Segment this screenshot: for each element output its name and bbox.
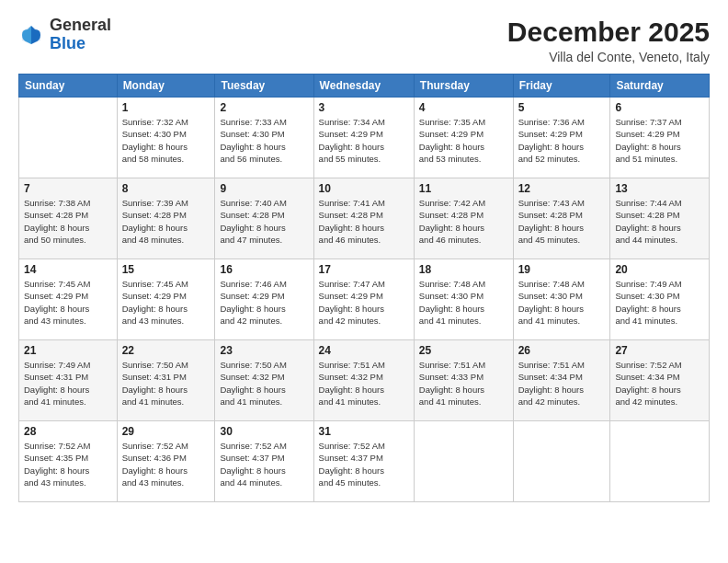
day-number: 28 (24, 425, 112, 438)
day-number: 19 (518, 263, 606, 276)
day-info: Sunrise: 7:48 AMSunset: 4:30 PMDaylight:… (419, 278, 508, 327)
logo: General Blue (18, 17, 111, 53)
day-info: Sunrise: 7:40 AMSunset: 4:28 PMDaylight:… (220, 197, 308, 246)
day-number: 13 (615, 182, 704, 195)
day-info: Sunrise: 7:32 AMSunset: 4:30 PMDaylight:… (122, 116, 210, 165)
day-info: Sunrise: 7:38 AMSunset: 4:28 PMDaylight:… (24, 197, 112, 246)
table-row: 29Sunrise: 7:52 AMSunset: 4:36 PMDayligh… (117, 421, 215, 502)
day-number: 4 (419, 101, 508, 114)
header: General Blue December 2025 Villa del Con… (18, 17, 710, 64)
day-number: 9 (220, 182, 308, 195)
day-number: 17 (319, 263, 409, 276)
table-row: 26Sunrise: 7:51 AMSunset: 4:34 PMDayligh… (513, 340, 610, 421)
table-row: 8Sunrise: 7:39 AMSunset: 4:28 PMDaylight… (117, 178, 215, 259)
day-info: Sunrise: 7:52 AMSunset: 4:35 PMDaylight:… (24, 440, 112, 488)
day-info: Sunrise: 7:50 AMSunset: 4:31 PMDaylight:… (122, 359, 210, 408)
day-number: 8 (122, 182, 210, 195)
day-number: 10 (319, 182, 409, 195)
day-number: 18 (419, 263, 508, 276)
col-wednesday: Wednesday (313, 75, 414, 98)
day-info: Sunrise: 7:41 AMSunset: 4:28 PMDaylight:… (319, 197, 409, 246)
table-row: 3Sunrise: 7:34 AMSunset: 4:29 PMDaylight… (313, 98, 414, 178)
day-info: Sunrise: 7:47 AMSunset: 4:29 PMDaylight:… (319, 278, 409, 327)
table-row: 18Sunrise: 7:48 AMSunset: 4:30 PMDayligh… (414, 259, 513, 340)
calendar-table: Sunday Monday Tuesday Wednesday Thursday… (18, 74, 710, 502)
col-saturday: Saturday (610, 75, 710, 98)
table-row: 1Sunrise: 7:32 AMSunset: 4:30 PMDaylight… (117, 98, 215, 178)
day-number: 22 (122, 344, 210, 357)
day-info: Sunrise: 7:36 AMSunset: 4:29 PMDaylight:… (518, 116, 606, 165)
table-row: 11Sunrise: 7:42 AMSunset: 4:28 PMDayligh… (414, 178, 513, 259)
table-row (19, 98, 118, 178)
day-info: Sunrise: 7:52 AMSunset: 4:36 PMDaylight:… (122, 440, 210, 488)
day-number: 6 (615, 101, 704, 114)
day-info: Sunrise: 7:34 AMSunset: 4:29 PMDaylight:… (319, 116, 409, 165)
day-number: 29 (122, 425, 210, 438)
day-info: Sunrise: 7:49 AMSunset: 4:30 PMDaylight:… (615, 278, 704, 327)
day-info: Sunrise: 7:42 AMSunset: 4:28 PMDaylight:… (419, 197, 508, 246)
day-number: 25 (419, 344, 508, 357)
day-info: Sunrise: 7:51 AMSunset: 4:32 PMDaylight:… (319, 359, 409, 408)
table-row: 30Sunrise: 7:52 AMSunset: 4:37 PMDayligh… (215, 421, 313, 502)
day-number: 1 (122, 101, 210, 114)
table-row: 9Sunrise: 7:40 AMSunset: 4:28 PMDaylight… (215, 178, 313, 259)
day-number: 12 (518, 182, 606, 195)
table-row: 5Sunrise: 7:36 AMSunset: 4:29 PMDaylight… (513, 98, 610, 178)
table-row: 4Sunrise: 7:35 AMSunset: 4:29 PMDaylight… (414, 98, 513, 178)
day-number: 24 (319, 344, 409, 357)
day-info: Sunrise: 7:52 AMSunset: 4:37 PMDaylight:… (220, 440, 308, 488)
table-row: 13Sunrise: 7:44 AMSunset: 4:28 PMDayligh… (610, 178, 710, 259)
day-info: Sunrise: 7:37 AMSunset: 4:29 PMDaylight:… (615, 116, 704, 165)
logo-text: General Blue (50, 17, 111, 53)
day-number: 11 (419, 182, 508, 195)
col-tuesday: Tuesday (215, 75, 313, 98)
table-row: 27Sunrise: 7:52 AMSunset: 4:34 PMDayligh… (610, 340, 710, 421)
day-info: Sunrise: 7:46 AMSunset: 4:29 PMDaylight:… (220, 278, 308, 327)
day-info: Sunrise: 7:52 AMSunset: 4:34 PMDaylight:… (615, 359, 704, 408)
day-info: Sunrise: 7:35 AMSunset: 4:29 PMDaylight:… (419, 116, 508, 165)
logo-blue-text: Blue (50, 34, 85, 52)
day-info: Sunrise: 7:52 AMSunset: 4:37 PMDaylight:… (319, 440, 409, 488)
day-number: 14 (24, 263, 112, 276)
day-number: 23 (220, 344, 308, 357)
calendar-week-row: 14Sunrise: 7:45 AMSunset: 4:29 PMDayligh… (19, 259, 710, 340)
day-info: Sunrise: 7:44 AMSunset: 4:28 PMDaylight:… (615, 197, 704, 246)
table-row: 12Sunrise: 7:43 AMSunset: 4:28 PMDayligh… (513, 178, 610, 259)
day-info: Sunrise: 7:51 AMSunset: 4:34 PMDaylight:… (518, 359, 606, 408)
day-info: Sunrise: 7:33 AMSunset: 4:30 PMDaylight:… (220, 116, 308, 165)
day-number: 2 (220, 101, 308, 114)
table-row: 17Sunrise: 7:47 AMSunset: 4:29 PMDayligh… (313, 259, 414, 340)
table-row: 21Sunrise: 7:49 AMSunset: 4:31 PMDayligh… (19, 340, 118, 421)
table-row: 31Sunrise: 7:52 AMSunset: 4:37 PMDayligh… (313, 421, 414, 502)
table-row: 19Sunrise: 7:48 AMSunset: 4:30 PMDayligh… (513, 259, 610, 340)
table-row: 14Sunrise: 7:45 AMSunset: 4:29 PMDayligh… (19, 259, 118, 340)
col-friday: Friday (513, 75, 610, 98)
table-row: 23Sunrise: 7:50 AMSunset: 4:32 PMDayligh… (215, 340, 313, 421)
col-sunday: Sunday (19, 75, 118, 98)
table-row (610, 421, 710, 502)
table-row (414, 421, 513, 502)
page: General Blue December 2025 Villa del Con… (0, 0, 728, 563)
table-row: 24Sunrise: 7:51 AMSunset: 4:32 PMDayligh… (313, 340, 414, 421)
table-row: 15Sunrise: 7:45 AMSunset: 4:29 PMDayligh… (117, 259, 215, 340)
calendar-header-row: Sunday Monday Tuesday Wednesday Thursday… (19, 75, 710, 98)
table-row: 16Sunrise: 7:46 AMSunset: 4:29 PMDayligh… (215, 259, 313, 340)
day-number: 31 (319, 425, 409, 438)
day-info: Sunrise: 7:50 AMSunset: 4:32 PMDaylight:… (220, 359, 308, 408)
table-row: 28Sunrise: 7:52 AMSunset: 4:35 PMDayligh… (19, 421, 118, 502)
calendar-week-row: 21Sunrise: 7:49 AMSunset: 4:31 PMDayligh… (19, 340, 710, 421)
day-number: 27 (615, 344, 704, 357)
day-number: 26 (518, 344, 606, 357)
table-row: 6Sunrise: 7:37 AMSunset: 4:29 PMDaylight… (610, 98, 710, 178)
table-row (513, 421, 610, 502)
day-number: 7 (24, 182, 112, 195)
day-number: 15 (122, 263, 210, 276)
logo-general-text: General (50, 16, 111, 34)
logo-icon (18, 22, 44, 48)
calendar-week-row: 28Sunrise: 7:52 AMSunset: 4:35 PMDayligh… (19, 421, 710, 502)
calendar-week-row: 1Sunrise: 7:32 AMSunset: 4:30 PMDaylight… (19, 98, 710, 178)
day-info: Sunrise: 7:49 AMSunset: 4:31 PMDaylight:… (24, 359, 112, 408)
title-block: December 2025 Villa del Conte, Veneto, I… (507, 17, 710, 64)
day-number: 21 (24, 344, 112, 357)
day-number: 16 (220, 263, 308, 276)
